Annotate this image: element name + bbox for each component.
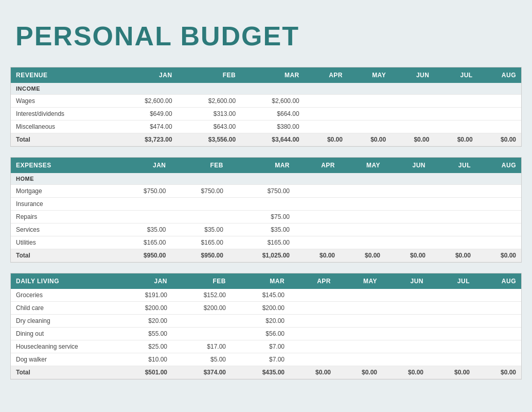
expenses-total-row: Total $950.00 $950.00 $1,025.00 $0.00 $0… (11, 249, 521, 262)
expenses-section: EXPENSES JAN FEB MAR APR MAY JUN JUL AUG… (10, 157, 522, 263)
daily-living-col-feb: FEB (172, 273, 231, 289)
table-row: Miscellaneous $474.00 $643.00 $380.00 (11, 121, 521, 133)
table-row: Interest/dividends $649.00 $313.00 $664.… (11, 108, 521, 121)
daily-living-col-mar: MAR (231, 273, 290, 289)
daily-living-col-aug: AUG (475, 273, 521, 289)
expenses-col-apr: APR (295, 158, 340, 173)
daily-living-col-jan: JAN (114, 273, 172, 289)
page-title: PERSONAL BUDGET (10, 10, 522, 67)
revenue-col-jun: JUN (391, 67, 434, 83)
expenses-col-jan: JAN (114, 158, 171, 173)
table-row: Dog walker $10.00 $5.00 $7.00 (11, 353, 521, 366)
table-row: Repairs $75.00 (11, 211, 521, 224)
expenses-col-jul: JUL (431, 158, 476, 173)
expenses-header-row: EXPENSES JAN FEB MAR APR MAY JUN JUL AUG (11, 158, 521, 173)
income-subheader: INCOME (11, 83, 521, 95)
revenue-col-apr: APR (305, 67, 348, 83)
table-row: Dining out $55.00 $56.00 (11, 328, 521, 340)
table-row: Mortgage $750.00 $750.00 $750.00 (11, 185, 521, 198)
table-row: Child care $200.00 $200.00 $200.00 (11, 302, 521, 315)
daily-living-col-may: MAY (336, 273, 382, 289)
revenue-col-label: REVENUE (11, 67, 114, 83)
revenue-col-feb: FEB (178, 67, 241, 83)
expenses-table: EXPENSES JAN FEB MAR APR MAY JUN JUL AUG… (11, 158, 521, 262)
table-row: Groceries $191.00 $152.00 $145.00 (11, 289, 521, 302)
daily-living-col-jul: JUL (429, 273, 475, 289)
revenue-col-jan: JAN (114, 67, 178, 83)
expenses-col-may: MAY (340, 158, 385, 173)
expenses-col-feb: FEB (171, 158, 228, 173)
table-row: Utilities $165.00 $165.00 $165.00 (11, 236, 521, 249)
table-row: Dry cleaning $20.00 $20.00 (11, 315, 521, 328)
daily-living-col-label: DAILY LIVING (11, 273, 114, 289)
daily-living-header-row: DAILY LIVING JAN FEB MAR APR MAY JUN JUL… (11, 273, 521, 289)
revenue-col-aug: AUG (478, 67, 521, 83)
daily-living-table: DAILY LIVING JAN FEB MAR APR MAY JUN JUL… (11, 273, 521, 379)
expenses-col-mar: MAR (228, 158, 295, 173)
daily-living-total-row: Total $501.00 $374.00 $435.00 $0.00 $0.0… (11, 366, 521, 379)
daily-living-section: DAILY LIVING JAN FEB MAR APR MAY JUN JUL… (10, 273, 522, 380)
revenue-col-may: MAY (348, 67, 391, 83)
expenses-col-aug: AUG (476, 158, 521, 173)
home-subheader: HOME (11, 173, 521, 185)
revenue-section: REVENUE JAN FEB MAR APR MAY JUN JUL AUG … (10, 67, 522, 147)
revenue-table: REVENUE JAN FEB MAR APR MAY JUN JUL AUG … (11, 67, 521, 146)
daily-living-col-jun: JUN (382, 273, 429, 289)
expenses-col-label: EXPENSES (11, 158, 114, 173)
table-row: Housecleaning service $25.00 $17.00 $7.0… (11, 340, 521, 353)
table-row: Wages $2,600.00 $2,600.00 $2,600.00 (11, 95, 521, 108)
revenue-header-row: REVENUE JAN FEB MAR APR MAY JUN JUL AUG (11, 67, 521, 83)
table-row: Services $35.00 $35.00 $35.00 (11, 224, 521, 236)
expenses-col-jun: JUN (385, 158, 431, 173)
revenue-col-mar: MAR (241, 67, 305, 83)
revenue-total-row: Total $3,723.00 $3,556.00 $3,644.00 $0.0… (11, 133, 521, 146)
daily-living-col-apr: APR (290, 273, 336, 289)
table-row: Insurance (11, 198, 521, 211)
revenue-col-jul: JUL (434, 67, 477, 83)
